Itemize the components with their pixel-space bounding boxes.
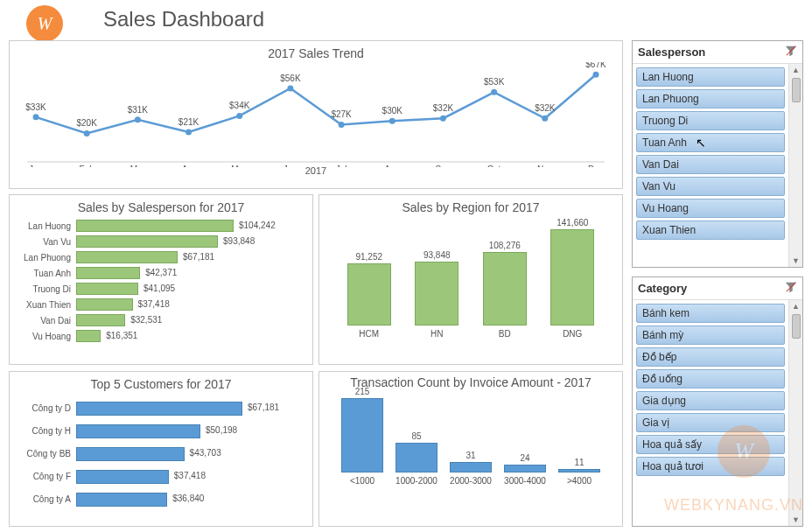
svg-point-6: [339, 122, 345, 128]
data-label: 215: [355, 387, 370, 396]
bar-column: 108,276BD: [479, 241, 531, 339]
scroll-down-icon[interactable]: ▼: [790, 255, 802, 267]
scroll-down-icon[interactable]: ▼: [790, 514, 802, 526]
scroll-thumb[interactable]: [792, 314, 801, 339]
x-tick: Jul: [336, 164, 347, 167]
slicer-item[interactable]: Xuan Thien: [636, 220, 785, 240]
scroll-thumb[interactable]: [792, 78, 801, 102]
data-label: $32K: [535, 103, 556, 113]
bar-row: Tuan Anh$42,371: [13, 265, 300, 281]
data-label: $67,181: [179, 251, 214, 263]
bar: [558, 469, 600, 472]
svg-point-2: [135, 116, 141, 122]
bar: [76, 470, 169, 484]
slicer-item[interactable]: Truong Di: [636, 111, 785, 130]
slicer-item[interactable]: Tuan Anh: [636, 133, 785, 152]
category-slicer[interactable]: Category Bánh kemBánh mỳĐồ bếpĐồ uốngGia…: [632, 276, 803, 527]
category-label: Xuan Thien: [13, 300, 76, 310]
x-tick: Sep: [436, 164, 452, 167]
bar-row: Vu Hoang$16,351: [13, 328, 300, 344]
slicer-item[interactable]: Đồ uống: [636, 369, 785, 388]
data-label: 91,252: [355, 252, 382, 262]
scroll-up-icon[interactable]: ▲: [790, 300, 802, 312]
bar-row: Truong Di$41,095: [13, 281, 300, 297]
category-label: Công ty F: [13, 472, 76, 481]
sales-by-salesperson-chart: Sales by Salesperson for 2017 Lan Huong$…: [9, 194, 313, 365]
slicer-item[interactable]: Gia vị: [636, 413, 785, 432]
bar: [415, 262, 458, 326]
x-tick: Dec: [588, 164, 604, 167]
slicer-item[interactable]: Lan Phuong: [636, 89, 785, 108]
bar: [347, 263, 391, 326]
slicer-item[interactable]: Đồ bếp: [636, 347, 785, 367]
slicer-item[interactable]: Van Dai: [636, 155, 785, 174]
svg-point-7: [389, 118, 396, 124]
clear-filter-icon[interactable]: [785, 281, 797, 296]
category-label: Công ty H: [13, 426, 76, 436]
svg-point-9: [491, 89, 497, 95]
data-label: $41,095: [140, 283, 175, 295]
data-label: 11: [574, 458, 584, 467]
svg-point-3: [186, 130, 192, 136]
bar: [76, 267, 140, 279]
x-tick: Jun: [284, 164, 298, 167]
bar-column: 141,660DNG: [546, 218, 598, 339]
bar-row: Công ty D$67,181: [13, 396, 300, 419]
svg-point-5: [287, 86, 293, 92]
slicer-item[interactable]: Bánh kem: [636, 304, 785, 323]
bar: [550, 229, 594, 326]
category-label: 2000-3000: [450, 476, 492, 486]
bar: [450, 462, 492, 472]
chart-title: Top 5 Customers for 2017: [10, 372, 312, 393]
bar: [76, 424, 200, 438]
category-label: Van Vu: [13, 237, 76, 247]
clear-filter-icon[interactable]: [785, 45, 797, 60]
bar: [76, 220, 234, 232]
bar: [76, 493, 167, 507]
x-tick: Jan: [29, 164, 43, 167]
data-label: $31K: [128, 105, 149, 115]
salesperson-slicer[interactable]: Salesperson Lan HuongLan PhuongTruong Di…: [632, 40, 803, 268]
category-label: 1000-2000: [396, 476, 438, 486]
slicer-item[interactable]: Bánh mỳ: [636, 326, 785, 345]
bar: [76, 235, 218, 248]
data-label: 93,848: [424, 250, 451, 260]
bar-column: 243000-4000: [499, 453, 551, 486]
slicer-item[interactable]: Van Vu: [636, 177, 785, 196]
category-label: Công ty BB: [13, 449, 76, 458]
slicer-item[interactable]: Lan Huong: [636, 67, 785, 87]
data-label: $37,418: [135, 298, 170, 311]
data-label: $34K: [229, 101, 250, 110]
category-label: DNG: [563, 329, 582, 339]
svg-point-8: [440, 116, 446, 122]
chart-title: 2017 Sales Trend: [10, 41, 622, 62]
bar: [483, 252, 527, 326]
data-label: $104,242: [235, 220, 276, 232]
data-label: 85: [411, 431, 421, 441]
data-label: $30K: [382, 106, 403, 116]
category-label: Công ty A: [13, 494, 76, 504]
x-tick: Aug: [384, 164, 400, 167]
scrollbar[interactable]: ▲ ▼: [788, 64, 802, 267]
data-label: $16,351: [102, 330, 137, 342]
slicer-item[interactable]: Vu Hoang: [636, 199, 785, 218]
category-label: 3000-4000: [504, 476, 546, 486]
data-label: 108,276: [489, 241, 521, 250]
data-label: $32,531: [127, 314, 162, 326]
chart-title: Sales by Region for 2017: [319, 195, 622, 216]
bar-column: 11>4000: [553, 458, 606, 486]
scroll-up-icon[interactable]: ▲: [790, 64, 802, 76]
data-label: 31: [466, 451, 475, 460]
scrollbar[interactable]: ▲ ▼: [788, 300, 802, 526]
bar: [504, 465, 546, 472]
slicer-item[interactable]: Gia dụng: [636, 391, 785, 410]
data-label: $20K: [77, 118, 98, 128]
bar-row: Công ty A$36,840: [13, 487, 300, 510]
bar: [76, 283, 138, 295]
data-label: $36,840: [169, 493, 204, 505]
category-label: HN: [430, 329, 443, 339]
data-label: $21K: [178, 117, 200, 127]
top5-customers-chart: Top 5 Customers for 2017 Công ty D$67,18…: [9, 371, 313, 527]
x-tick: Nov: [537, 164, 553, 167]
x-tick: Feb: [80, 164, 95, 167]
